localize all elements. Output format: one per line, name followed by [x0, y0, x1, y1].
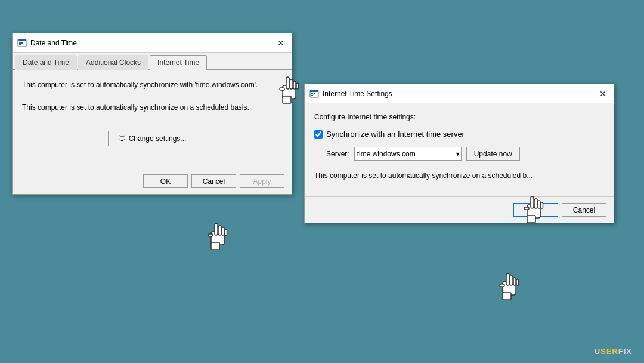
tab-date-time[interactable]: Date and Time	[15, 55, 77, 70]
config-label: Configure Internet time settings:	[314, 113, 604, 121]
svg-rect-13	[310, 90, 318, 92]
sync-checkbox[interactable]	[314, 130, 323, 139]
dialog2-button-bar: OK Cancel	[305, 196, 614, 223]
dialog2-schedule-info: This computer is set to automatically sy…	[314, 170, 604, 181]
dialog1-cancel-button[interactable]: Cancel	[191, 174, 236, 188]
change-settings-label: Change settings...	[129, 134, 187, 143]
svg-rect-11	[211, 242, 219, 250]
svg-rect-4	[19, 44, 21, 45]
svg-rect-1	[18, 39, 26, 41]
update-now-button[interactable]: Update now	[466, 147, 520, 161]
watermark-prefix: U	[595, 347, 600, 356]
dialog2-body: Configure Internet time settings: Synchr…	[305, 103, 614, 196]
dialog2-cancel-button[interactable]: Cancel	[562, 203, 606, 217]
dialog1-titlebar: Date and Time ✕	[13, 33, 292, 53]
dialog1-tabs: Date and Time Additional Clocks Internet…	[13, 53, 292, 70]
cursor-hand-1	[203, 219, 233, 254]
svg-rect-6	[215, 223, 218, 235]
dialog1-schedule-info: This computer is set to automatically sy…	[22, 102, 282, 113]
dialog2-close-button[interactable]: ✕	[597, 88, 609, 100]
server-select-wrapper: time.windows.com time.nist.gov pool.ntp.…	[354, 147, 462, 161]
server-select[interactable]: time.windows.com time.nist.gov pool.ntp.…	[354, 147, 462, 161]
tab-internet-time[interactable]: Internet Time	[150, 55, 207, 70]
svg-rect-28	[296, 83, 299, 89]
svg-rect-8	[222, 227, 224, 235]
shield-icon: 🛡	[118, 134, 126, 143]
svg-rect-36	[500, 284, 504, 287]
svg-rect-37	[503, 293, 511, 300]
watermark-suffix: FIX	[618, 347, 632, 356]
sync-checkbox-label: Synchronize with an Internet time server	[326, 130, 465, 139]
internet-time-settings-dialog: Internet Time Settings ✕ Configure Inter…	[304, 84, 614, 223]
svg-rect-10	[208, 234, 213, 236]
svg-rect-3	[21, 42, 23, 44]
dialog1-close-button[interactable]: ✕	[275, 37, 287, 49]
cursor-hand-ok	[495, 269, 525, 304]
svg-rect-7	[218, 226, 221, 235]
dialog1-icon	[17, 38, 27, 48]
svg-rect-34	[513, 278, 516, 285]
dialog2-ok-button[interactable]: OK	[513, 203, 558, 217]
server-row: Server: time.windows.com time.nist.gov p…	[314, 147, 604, 161]
date-time-dialog: Date and Time ✕ Date and Time Additional…	[12, 33, 292, 195]
dialog1-body: This computer is set to automatically sy…	[13, 70, 292, 168]
change-settings-button[interactable]: 🛡 Change settings...	[108, 131, 197, 146]
dialog1-apply-button[interactable]: Apply	[240, 174, 284, 188]
dialog1-button-bar: OK Cancel Apply	[13, 168, 292, 194]
dialog1-ok-button[interactable]: OK	[143, 174, 188, 188]
dialog1-title: Date and Time	[30, 39, 275, 47]
watermark: USERFIX	[595, 347, 632, 356]
watermark-highlight: SER	[600, 347, 618, 356]
svg-rect-32	[506, 273, 509, 285]
svg-rect-31	[503, 282, 516, 295]
svg-rect-27	[293, 81, 296, 89]
dialog2-title: Internet Time Settings	[323, 90, 597, 98]
dialog2-icon	[309, 89, 319, 99]
sync-checkbox-row: Synchronize with an Internet time server	[314, 130, 604, 139]
server-label: Server:	[326, 150, 349, 158]
dialog2-titlebar: Internet Time Settings ✕	[305, 84, 614, 103]
svg-rect-16	[311, 95, 313, 96]
dialog1-sync-info: This computer is set to automatically sy…	[22, 79, 282, 90]
tab-additional-clocks[interactable]: Additional Clocks	[78, 55, 148, 70]
svg-rect-15	[314, 93, 315, 94]
svg-rect-35	[516, 279, 519, 285]
svg-rect-2	[19, 42, 21, 44]
change-settings-area: 🛡 Change settings...	[22, 131, 282, 146]
svg-rect-9	[225, 229, 227, 235]
svg-rect-14	[311, 93, 313, 94]
svg-rect-5	[211, 232, 224, 245]
svg-rect-33	[510, 276, 513, 285]
